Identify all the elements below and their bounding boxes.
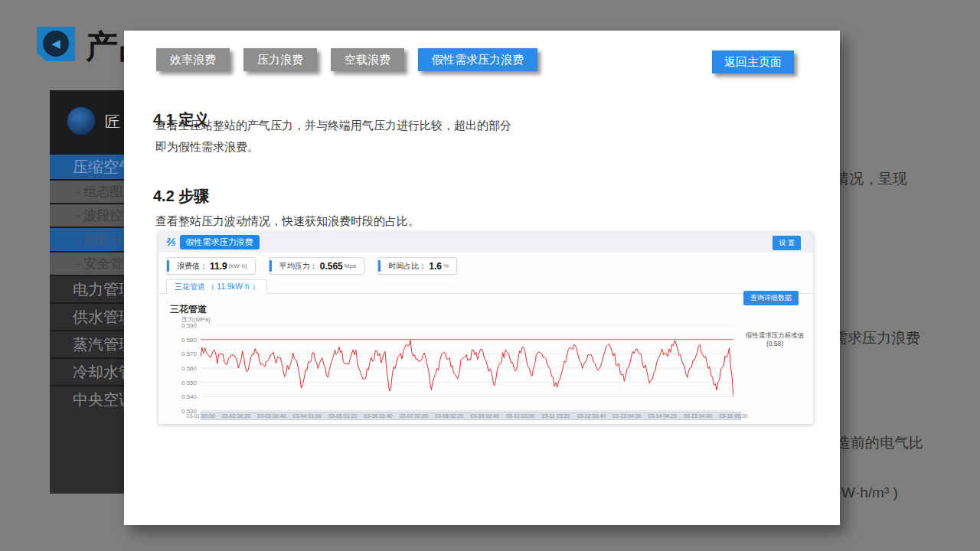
nav-tab-1[interactable]: 压力浪费 — [243, 48, 317, 71]
stat-card-2: 时间占比：1.6% — [377, 257, 457, 275]
y-tick-5: 0.540 — [171, 393, 197, 400]
stat-card-0: 浪费值：11.9(kW·h) — [166, 257, 256, 275]
chart-title: 三花管道 — [170, 303, 207, 316]
x-tick-3: 03-04 01:00 — [289, 413, 325, 419]
dashboard-screenshot: ⅖ 假性需求压力浪费 设 置 浪费值：11.9(kW·h)平均压力：0.565M… — [158, 232, 813, 424]
x-tick-14: 03-15 04:40 — [681, 413, 716, 419]
app-logo-icon — [67, 106, 96, 135]
pressure-line-chart — [201, 325, 733, 411]
x-tick-15: 03-16 05:00 — [716, 413, 751, 419]
x-tick-12: 03-13 04:00 — [609, 413, 645, 419]
settings-button[interactable]: 设 置 — [773, 236, 801, 250]
x-tick-10: 03-11 03:20 — [538, 413, 573, 419]
screenshot-header: ⅖ 假性需求压力浪费 设 置 — [158, 232, 813, 253]
nav-tab-2[interactable]: 空载浪费 — [331, 48, 404, 71]
x-tick-9: 03-10 03:00 — [503, 413, 538, 419]
x-tick-13: 03-14 04:20 — [645, 413, 680, 419]
partial-slide-text-3: W·h/m³ ) — [841, 484, 898, 501]
stats-row: 浪费值：11.9(kW·h)平均压力：0.565Mpa时间占比：1.6% — [166, 257, 457, 275]
pipe-tab[interactable]: 三花管道 （ 11.9kW·h ） — [166, 279, 267, 294]
x-tick-4: 03-05 01:20 — [325, 413, 361, 419]
x-tick-11: 03-12 03:40 — [573, 413, 609, 419]
content-modal: 效率浪费压力浪费空载浪费假性需求压力浪费 返回主页面 4.1 定义 查看空压站整… — [124, 31, 840, 525]
return-home-button[interactable]: 返回主页面 — [712, 51, 794, 73]
definition-line1: 查看空压站整站的产气压力，并与终端用气压力进行比较，超出的部分 — [155, 115, 511, 136]
waste-badge: 假性需求压力浪费 — [180, 235, 260, 249]
x-tick-7: 03-08 02:20 — [432, 413, 467, 419]
definition-text: 查看空压站整站的产气压力，并与终端用气压力进行比较，超出的部分 即为假性需求浪费… — [155, 115, 511, 158]
y-tick-2: 0.570 — [171, 350, 197, 357]
app-logo-text: 匠 — [105, 112, 120, 132]
y-tick-0: 0.590 — [171, 322, 197, 329]
x-tick-0: 03-01 00:00 — [183, 413, 218, 419]
definition-line2: 即为假性需求浪费。 — [155, 136, 511, 158]
pipe-tab-strip: 三花管道 （ 11.9kW·h ） — [158, 279, 813, 294]
x-tick-5: 03-06 01:40 — [361, 413, 396, 419]
steps-line1: 查看整站压力波动情况，快速获知浪费时段的占比。 — [155, 210, 420, 232]
x-tick-6: 03-07 02:00 — [396, 413, 431, 419]
partial-slide-text-0: 情况，呈现 — [835, 169, 907, 189]
nav-tab-0[interactable]: 效率浪费 — [156, 48, 230, 71]
query-detail-button[interactable]: 查询详细数据 — [743, 291, 799, 305]
nav-tab-3[interactable]: 假性需求压力浪费 — [418, 48, 537, 71]
percent-waste-icon: ⅖ — [165, 236, 175, 248]
stat-card-1: 平均压力：0.565Mpa — [269, 257, 365, 275]
y-tick-3: 0.560 — [171, 365, 197, 372]
back-arrow-icon: ◀ — [43, 31, 69, 57]
x-tick-1: 03-02 00:20 — [218, 413, 253, 419]
x-tick-2: 03-03 00:40 — [254, 413, 289, 419]
threshold-annotation: 假性需求压力标准值 (0.58) — [737, 331, 813, 348]
waste-type-tabs: 效率浪费压力浪费空载浪费假性需求压力浪费 — [156, 48, 537, 71]
partial-slide-text-1: 需求压力浪费 — [833, 328, 920, 348]
x-tick-8: 03-09 02:40 — [467, 413, 502, 419]
y-tick-4: 0.550 — [171, 380, 197, 386]
y-tick-1: 0.580 — [171, 337, 197, 344]
back-button[interactable]: ◀ — [37, 27, 75, 61]
section-heading-steps: 4.2 步骤 — [153, 186, 209, 207]
partial-slide-text-2: 造前的电气比 — [836, 433, 923, 453]
